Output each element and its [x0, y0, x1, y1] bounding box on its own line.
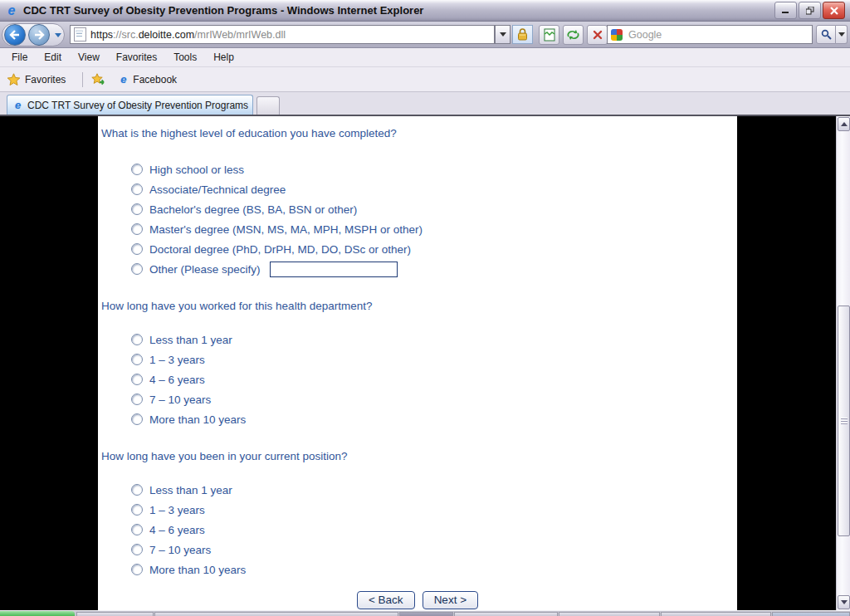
department-tenure-options: Less than 1 year 1 – 3 years 4 – 6 years…	[131, 330, 737, 429]
magnifier-icon	[821, 29, 832, 40]
menu-help[interactable]: Help	[205, 49, 242, 66]
radio-option[interactable]: More than 10 years	[131, 560, 737, 579]
radio-option[interactable]: 1 – 3 years	[131, 500, 737, 520]
minimize-button[interactable]	[774, 2, 797, 19]
new-tab-button[interactable]	[256, 96, 280, 115]
menu-tools[interactable]: Tools	[165, 49, 205, 66]
lock-icon	[517, 28, 528, 41]
menu-favorites[interactable]: Favorites	[108, 49, 165, 66]
radio-button[interactable]	[131, 524, 143, 535]
radio-option-other[interactable]: Other (Please specify)	[131, 259, 737, 279]
radio-button[interactable]	[131, 413, 143, 425]
radio-option[interactable]: 7 – 10 years	[131, 540, 737, 560]
address-bar[interactable]: https://src.deloitte.com/mrIWeb/mrIWeb.d…	[70, 25, 495, 44]
next-button[interactable]: Next >	[423, 591, 478, 609]
tab-bar: e CDC TRT Survey of Obesity Prevention P…	[0, 92, 850, 115]
radio-option[interactable]: 4 – 6 years	[131, 369, 737, 389]
url-path: /mrIWeb/mrIWeb.dll	[194, 29, 286, 41]
radio-button[interactable]	[131, 334, 143, 345]
question-department-tenure: How long have you worked for this health…	[101, 299, 737, 313]
menu-view[interactable]: View	[70, 49, 108, 66]
back-button[interactable]: < Back	[357, 591, 415, 609]
radio-button[interactable]	[131, 203, 143, 215]
radio-label: Doctoral degree (PhD, DrPH, MD, DO, DSc …	[149, 243, 411, 256]
taskbar-button[interactable]	[76, 612, 154, 616]
radio-button[interactable]	[131, 484, 143, 496]
other-specify-input[interactable]	[270, 262, 398, 277]
favorites-link-facebook[interactable]: e Facebook	[118, 74, 177, 86]
menu-edit[interactable]: Edit	[36, 49, 70, 66]
url-separator: ://src.	[113, 29, 139, 41]
radio-option[interactable]: High school or less	[131, 159, 737, 179]
compatibility-view-button[interactable]	[539, 25, 559, 45]
radio-button[interactable]	[131, 544, 143, 555]
radio-button[interactable]	[131, 183, 143, 195]
radio-label: 7 – 10 years	[149, 394, 211, 406]
radio-option[interactable]: 1 – 3 years	[131, 350, 737, 369]
radio-option[interactable]: Doctoral degree (PhD, DrPH, MD, DO, DSc …	[131, 239, 737, 259]
start-button[interactable]	[0, 611, 75, 616]
refresh-icon	[567, 29, 579, 41]
url-domain: deloitte.com	[139, 29, 194, 41]
stop-button[interactable]	[587, 25, 608, 45]
favorites-star-icon[interactable]	[7, 73, 21, 86]
question-position-tenure: How long have you been in your current p…	[101, 449, 737, 463]
radio-option[interactable]: 4 – 6 years	[131, 520, 737, 540]
radio-option[interactable]: 7 – 10 years	[131, 389, 737, 409]
add-to-favorites-icon[interactable]	[91, 73, 106, 86]
back-arrow-icon	[9, 30, 21, 40]
search-go-button[interactable]	[816, 25, 836, 44]
radio-button[interactable]	[131, 504, 143, 516]
triangle-up-icon	[841, 122, 848, 126]
forward-arrow-icon	[33, 30, 45, 40]
radio-button[interactable]	[131, 564, 143, 575]
radio-button[interactable]	[131, 263, 143, 275]
radio-label: 1 – 3 years	[149, 354, 205, 366]
menu-file[interactable]: File	[3, 49, 36, 66]
radio-label: 4 – 6 years	[149, 374, 205, 386]
search-box[interactable]	[607, 25, 813, 44]
radio-option[interactable]: Bachelor's degree (BS, BA, BSN or other)	[131, 199, 737, 219]
chevron-down-icon	[838, 32, 845, 37]
radio-button[interactable]	[131, 243, 143, 255]
radio-label: Other (Please specify)	[149, 263, 261, 276]
address-dropdown-button[interactable]	[495, 25, 510, 44]
forward-nav-button[interactable]	[28, 24, 50, 46]
taskbar-button[interactable]	[559, 612, 660, 616]
close-button[interactable]	[823, 2, 845, 19]
minimize-icon	[782, 7, 789, 14]
radio-option[interactable]: More than 10 years	[131, 409, 737, 429]
radio-option[interactable]: Less than 1 year	[131, 480, 737, 500]
scroll-up-button[interactable]	[838, 117, 850, 131]
search-options-dropdown[interactable]	[836, 25, 848, 44]
taskbar-button[interactable]	[399, 612, 453, 616]
radio-button[interactable]	[131, 164, 143, 175]
scroll-down-button[interactable]	[838, 595, 850, 609]
favorites-button-label[interactable]: Favorites	[25, 74, 66, 86]
restore-icon	[806, 7, 814, 15]
back-nav-button[interactable]	[4, 24, 26, 46]
taskbar-button[interactable]	[661, 612, 771, 616]
vertical-scrollbar[interactable]	[836, 116, 850, 610]
taskbar-button[interactable]	[154, 612, 398, 616]
restore-button[interactable]	[799, 2, 821, 19]
radio-button[interactable]	[131, 394, 143, 405]
radio-label: Less than 1 year	[149, 334, 232, 346]
triangle-down-icon	[841, 600, 848, 604]
tab-survey[interactable]: e CDC TRT Survey of Obesity Prevention P…	[7, 95, 253, 115]
radio-button[interactable]	[131, 374, 143, 385]
radio-button[interactable]	[131, 354, 143, 365]
taskbar-button[interactable]	[454, 612, 558, 616]
radio-button[interactable]	[131, 223, 143, 235]
recent-pages-dropdown[interactable]	[55, 33, 61, 37]
radio-option[interactable]: Master's degree (MSN, MS, MA, MPH, MSPH …	[131, 219, 737, 239]
radio-option[interactable]: Associate/Technical degree	[131, 179, 737, 199]
scrollbar-thumb[interactable]	[838, 306, 850, 536]
radio-option[interactable]: Less than 1 year	[131, 330, 737, 350]
search-input[interactable]	[627, 28, 796, 42]
tab-favicon: e	[12, 100, 23, 110]
tab-label: CDC TRT Survey of Obesity Prevention Pro…	[27, 100, 248, 111]
security-lock-button[interactable]	[512, 25, 533, 44]
refresh-button[interactable]	[563, 25, 584, 45]
browser-window: e CDC TRT Survey of Obesity Prevention P…	[0, 0, 850, 616]
